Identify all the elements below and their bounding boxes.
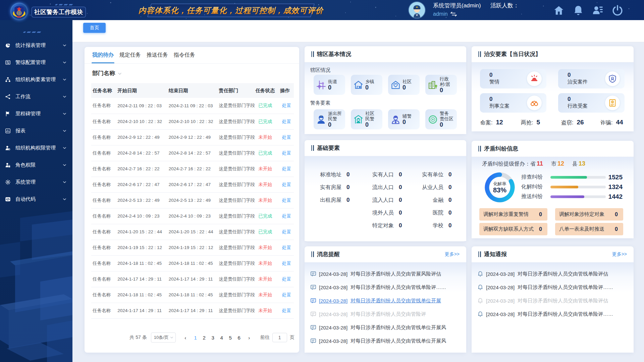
base-stat: 标准地址 0 <box>309 168 350 181</box>
handle-link[interactable]: 处置 <box>282 277 291 282</box>
power-icon[interactable] <box>612 5 623 16</box>
district-tile-label: 社区 <box>402 79 412 84</box>
dispute-tile-value: 0 <box>615 212 618 218</box>
sidebar-menu-item[interactable]: 警综配置管理 <box>0 54 72 71</box>
dispute-tile[interactable]: 调解对象涉重复警情 0 <box>479 208 547 221</box>
handle-link[interactable]: 处置 <box>282 150 291 156</box>
switch-user-icon[interactable] <box>450 12 457 16</box>
message-item[interactable]: [2024-03-28] 对每日涉矛盾纠纷人员交由管线单位开展 <box>305 294 466 307</box>
page-size-select[interactable]: 10条/页 <box>151 333 176 343</box>
bell-icon[interactable] <box>573 5 584 16</box>
security-tile[interactable]: 0刑事立案 <box>480 93 546 113</box>
message-list: [2024-03-28] 对每日涉矛盾纠纷人员交由管展风险评估 [2024-03… <box>305 262 466 353</box>
message-item[interactable]: [2024-03-28] 对每日涉矛盾纠纷人员交由管线单险评…… <box>305 281 466 294</box>
handle-link[interactable]: 处置 <box>282 245 291 250</box>
base-stat: 境外人员 0 <box>362 206 402 219</box>
police-tile-value: 0 <box>328 122 342 128</box>
district-tile[interactable]: 社区0 <box>388 75 420 95</box>
handle-link[interactable]: 处置 <box>282 292 291 297</box>
handle-link[interactable]: 处置 <box>282 103 291 108</box>
security-card-head: 治安要素【当日状况】 <box>472 46 634 62</box>
page-number[interactable]: 4 <box>217 335 226 341</box>
page-number[interactable]: 6 <box>235 335 244 341</box>
sidebar-menu-item[interactable]: 组织机构权限管理 <box>0 139 72 157</box>
title-bars-icon <box>478 251 481 257</box>
security-tile[interactable]: 0行政受案 <box>558 93 625 113</box>
sidebar-menu-item[interactable]: 组织机构要素管理 <box>0 71 72 88</box>
message-item[interactable]: [2024-03-28] 对每日涉矛盾纠纷人员交由管险评 <box>305 307 466 321</box>
prev-page-arrow[interactable]: ‹ <box>182 335 189 341</box>
task-start-cell: 2024-1-20 15 : 22 : 44 <box>116 224 167 240</box>
message-item[interactable]: [2024-03-28] 对每日涉矛盾纠纷人员交由管线单位开展风 <box>305 334 466 348</box>
siren-icon <box>527 71 542 86</box>
dispute-tile[interactable]: 调解对象涉特定对象 0 <box>555 208 623 221</box>
security-stat: 盗窃:26 <box>561 119 584 126</box>
handle-link[interactable]: 处置 <box>282 229 291 234</box>
sidebar-menu-item[interactable]: 里程碑管理 <box>0 105 72 122</box>
notice-item[interactable]: [2024-03-28] 对每日涉矛盾纠纷人员交由管线单险评估 <box>472 267 634 281</box>
goto-page-input[interactable] <box>272 333 287 342</box>
sidebar-menu-item[interactable]: 报表 <box>0 122 72 139</box>
security-tile[interactable]: 0警情 <box>480 69 546 88</box>
home-icon[interactable] <box>553 5 565 16</box>
district-tile[interactable]: 街道0 <box>314 75 345 95</box>
task-dept-cell: 这是责任部门字段 <box>217 240 254 255</box>
notice-item[interactable]: [2024-03-28] 对每日涉矛盾纠纷人员交由管线单险评估 <box>472 294 634 307</box>
todo-tab[interactable]: 规定任务 <box>119 52 141 63</box>
page-number[interactable]: 5 <box>226 335 235 341</box>
user-name[interactable]: admin <box>433 11 448 17</box>
sidebar-menu-item[interactable]: 角色权限 <box>0 157 72 174</box>
page-number[interactable]: 1 <box>191 335 200 341</box>
message-more-link[interactable]: 更多>> <box>445 251 460 257</box>
handle-link[interactable]: 处置 <box>282 261 291 266</box>
task-name-cell: 任务名称 <box>91 114 116 129</box>
user-avatar[interactable] <box>409 2 425 18</box>
notice-item[interactable]: [2024-03-28] 对每日涉矛盾纠纷人员交由管线单险评…… <box>472 281 634 294</box>
decor-dashes-sidebar <box>23 32 41 33</box>
dispute-tile[interactable]: 八单一表未及时推送 0 <box>555 223 623 235</box>
task-action-cell: 处置 <box>279 192 294 208</box>
home-page-tab[interactable]: 首页 <box>83 23 106 33</box>
department-filter[interactable]: 部门名称 <box>85 69 299 77</box>
task-start-cell: 2024-2-5 13 : 22 : 49 <box>116 192 167 208</box>
handle-link[interactable]: 处置 <box>282 308 291 313</box>
handle-link[interactable]: 处置 <box>282 198 291 203</box>
district-tile[interactable]: 行政 村/居0 <box>425 75 457 95</box>
handle-link[interactable]: 处置 <box>282 182 291 187</box>
task-status-cell: 已完成 <box>254 145 279 161</box>
security-stat-value: 5 <box>536 119 540 126</box>
sidebar-menu-item[interactable]: 工作流 <box>0 88 72 105</box>
sidebar-menu-item[interactable]: 统计报表管理 <box>0 37 72 54</box>
todo-tab[interactable]: 我的待办 <box>92 52 114 63</box>
pagination: 共 57 条 10条/页 ‹ 123456 › 前往 页 <box>125 333 299 343</box>
police-tile[interactable]: 派出所 民警0 <box>314 109 345 129</box>
task-name-cell: 任务名称 <box>91 287 116 303</box>
notice-more-link[interactable]: 更多>> <box>612 251 627 257</box>
police-tile[interactable]: 辅警0 <box>388 109 420 129</box>
page-number[interactable]: 3 <box>209 335 217 341</box>
task-start-cell: 2024-2-4 10 : 09 : 23 <box>116 208 167 224</box>
base-stat: 实有人口 0 <box>362 168 402 181</box>
handle-link[interactable]: 处置 <box>282 166 291 171</box>
todo-tab[interactable]: 推送任务 <box>147 52 168 63</box>
contacts-icon[interactable] <box>592 5 603 16</box>
slogan-banner: 内容体系化，任务可量化，过程可控制，成效可评价 <box>147 4 314 17</box>
dispute-tile[interactable]: 调解双方缺联系人方式 0 <box>479 223 547 235</box>
message-item[interactable]: [2024-03-28] 对每日涉矛盾纠纷人员交由管线单位开展风 <box>305 321 466 334</box>
handle-link[interactable]: 处置 <box>282 214 291 219</box>
handle-link[interactable]: 处置 <box>282 135 291 140</box>
sidebar-menu-item[interactable]: 自动代码 <box>0 191 72 208</box>
task-end-cell: 2024-2-7 16 : 22 : 22 <box>167 161 217 177</box>
police-tile[interactable]: 社区 民警0 <box>351 109 382 129</box>
district-tile[interactable]: 乡镇0 <box>351 75 382 95</box>
message-item[interactable]: [2024-03-28] 对每日涉矛盾纠纷人员交由管展风险评估 <box>305 267 466 281</box>
notice-item[interactable]: [2024-03-28] 对每日涉矛盾纠纷人员交由管线单险评…… <box>472 307 634 321</box>
todo-tab[interactable]: 指令任务 <box>174 52 195 63</box>
security-tile[interactable]: 0治安案件 <box>558 69 625 88</box>
police-tile[interactable]: 警务 责任区0 <box>425 109 457 129</box>
sidebar-menu-item[interactable]: 系统管理 <box>0 174 72 191</box>
page-number[interactable]: 2 <box>200 335 209 341</box>
next-page-arrow[interactable]: › <box>246 335 253 341</box>
notice-text: 对每日涉矛盾纠纷人员交由管线单险评…… <box>518 311 613 317</box>
handle-link[interactable]: 处置 <box>282 119 291 124</box>
